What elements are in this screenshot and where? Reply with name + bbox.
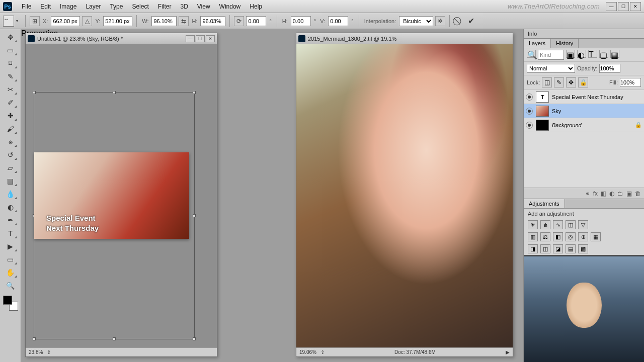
doc1-share-icon[interactable]: ⇪ bbox=[47, 349, 51, 355]
lock-pos-icon[interactable]: ✥ bbox=[566, 77, 576, 87]
window-minimize-button[interactable]: — bbox=[606, 2, 617, 11]
link-wh-icon[interactable]: ⇆ bbox=[179, 16, 189, 26]
cancel-transform-icon[interactable]: ⃠ bbox=[454, 16, 464, 26]
doc2-canvas-area[interactable] bbox=[296, 44, 513, 347]
menu-help[interactable]: Help bbox=[245, 2, 267, 12]
tool-preset-dd[interactable]: ▾ bbox=[16, 19, 21, 23]
menu-window[interactable]: Window bbox=[215, 2, 246, 12]
move-tool[interactable]: ✥ bbox=[4, 31, 18, 43]
dodge-tool[interactable]: ◐ bbox=[4, 201, 18, 213]
crop-tool[interactable]: ✂ bbox=[4, 83, 18, 96]
visibility-toggle-icon[interactable] bbox=[526, 94, 533, 101]
layer-name[interactable]: Special Event Next Thursday bbox=[552, 94, 623, 100]
adj-hue-icon[interactable]: ▥ bbox=[528, 232, 538, 241]
hand-tool[interactable]: ✋ bbox=[4, 266, 18, 279]
h-field[interactable] bbox=[200, 16, 225, 26]
adj-levels-icon[interactable]: ⋔ bbox=[540, 220, 550, 229]
tool-preset-icon[interactable]: ↔ bbox=[3, 16, 14, 27]
layer-name[interactable]: Background bbox=[552, 122, 582, 128]
filter-type-icon[interactable]: T bbox=[588, 50, 597, 58]
fx-icon[interactable]: fx bbox=[593, 190, 598, 197]
adj-brightness-icon[interactable]: ☀ bbox=[528, 220, 538, 229]
group-icon[interactable]: 🗀 bbox=[617, 190, 623, 197]
adj-exposure-icon[interactable]: ◫ bbox=[566, 220, 576, 229]
menu-layer[interactable]: Layer bbox=[81, 2, 105, 12]
menu-3d[interactable]: 3D bbox=[176, 2, 192, 12]
y-field[interactable] bbox=[103, 16, 132, 26]
menu-edit[interactable]: Edit bbox=[36, 2, 55, 12]
adj-invert-icon[interactable]: ◨ bbox=[528, 244, 538, 253]
adj-photo-filter-icon[interactable]: ◎ bbox=[566, 232, 576, 241]
adj-threshold-icon[interactable]: ◪ bbox=[553, 244, 563, 253]
history-brush-tool[interactable]: ↺ bbox=[4, 149, 18, 161]
blur-tool[interactable]: 💧 bbox=[4, 188, 18, 200]
filter-kind-select[interactable] bbox=[538, 50, 564, 60]
adj-gradient-map-icon[interactable]: ▤ bbox=[566, 244, 576, 253]
link-layers-icon[interactable]: ⚭ bbox=[585, 190, 590, 197]
adj-vibrance-icon[interactable]: ▽ bbox=[578, 220, 588, 229]
warp-toggle-icon[interactable]: ✲ bbox=[435, 16, 445, 26]
filter-search-icon[interactable]: 🔍 bbox=[527, 50, 536, 58]
opacity-field[interactable] bbox=[599, 64, 620, 73]
adjustment-layer-icon[interactable]: ◐ bbox=[609, 190, 614, 197]
swap-xy-icon[interactable]: △ bbox=[82, 16, 92, 26]
doc2-share-icon[interactable]: ⇪ bbox=[320, 349, 325, 355]
lock-trans-icon[interactable]: ◫ bbox=[542, 77, 552, 87]
blend-mode-select[interactable]: Normal bbox=[527, 64, 575, 73]
eraser-tool[interactable]: ▱ bbox=[4, 162, 18, 174]
interp-select[interactable]: Bicubic bbox=[399, 16, 433, 26]
doc1-header[interactable]: Untitled-1 @ 23.8% (Sky, RGB/8) * — ☐ ✕ bbox=[26, 33, 217, 44]
skew-h-field[interactable] bbox=[291, 16, 311, 26]
reference-point-icon[interactable]: ⊞ bbox=[30, 16, 40, 26]
doc1-canvas-area[interactable]: Special Event Next Thursday bbox=[26, 44, 217, 347]
shape-tool[interactable]: ▭ bbox=[4, 253, 18, 265]
delete-layer-icon[interactable]: 🗑 bbox=[635, 190, 641, 197]
mask-icon[interactable]: ◧ bbox=[601, 190, 606, 197]
adjustments-tab[interactable]: Adjustments bbox=[524, 199, 565, 208]
menu-type[interactable]: Type bbox=[105, 2, 127, 12]
skew-v-field[interactable] bbox=[328, 16, 348, 26]
doc1-close-icon[interactable]: ✕ bbox=[206, 35, 215, 42]
visibility-toggle-icon[interactable] bbox=[526, 122, 533, 129]
w-field[interactable] bbox=[151, 16, 177, 26]
stamp-tool[interactable]: ⎈ bbox=[4, 136, 18, 148]
commit-transform-icon[interactable]: ✔ bbox=[466, 16, 476, 26]
pen-tool[interactable]: ✒ bbox=[4, 214, 18, 226]
heal-tool[interactable]: ✚ bbox=[4, 110, 18, 122]
fg-color-swatch[interactable] bbox=[3, 296, 12, 305]
menu-file[interactable]: File bbox=[17, 2, 36, 12]
adj-bw-icon[interactable]: ◧ bbox=[553, 232, 563, 241]
window-maximize-button[interactable]: ☐ bbox=[618, 2, 629, 11]
gradient-tool[interactable]: ▤ bbox=[4, 175, 18, 187]
layer-row[interactable]: Background 🔒 bbox=[524, 118, 644, 132]
doc1-min-icon[interactable]: — bbox=[186, 35, 195, 42]
doc2-zoom[interactable]: 19.06% bbox=[299, 349, 316, 355]
window-close-button[interactable]: ✕ bbox=[630, 2, 641, 11]
quick-select-tool[interactable]: ✎ bbox=[4, 70, 18, 82]
menu-filter[interactable]: Filter bbox=[153, 2, 176, 12]
layer-name[interactable]: Sky bbox=[552, 108, 561, 114]
rotate-field[interactable] bbox=[246, 16, 266, 26]
layer-row[interactable]: T Special Event Next Thursday bbox=[524, 90, 644, 104]
layers-tab[interactable]: Layers bbox=[524, 39, 551, 48]
adj-posterize-icon[interactable]: ◫ bbox=[540, 244, 550, 253]
doc1-zoom[interactable]: 23.8% bbox=[29, 349, 43, 355]
menu-select[interactable]: Select bbox=[127, 2, 153, 12]
adj-channel-mixer-icon[interactable]: ⊕ bbox=[578, 232, 588, 241]
type-tool[interactable]: T bbox=[4, 227, 18, 239]
info-panel-tab[interactable]: Info bbox=[524, 29, 644, 39]
fill-field[interactable] bbox=[620, 78, 641, 87]
marquee-tool[interactable]: ▭ bbox=[4, 44, 18, 56]
doc1-max-icon[interactable]: ☐ bbox=[196, 35, 205, 42]
filter-shape-icon[interactable]: ▢ bbox=[599, 50, 608, 58]
eyedropper-tool[interactable]: ✐ bbox=[4, 97, 18, 109]
color-swatches[interactable] bbox=[3, 296, 18, 311]
brush-tool[interactable]: 🖌 bbox=[4, 123, 18, 135]
x-field[interactable] bbox=[51, 16, 80, 26]
doc2-scroll-icon[interactable]: ▶ bbox=[506, 349, 510, 355]
filter-adjust-icon[interactable]: ◐ bbox=[577, 50, 586, 58]
menu-image[interactable]: Image bbox=[55, 2, 81, 12]
layer-row[interactable]: Sky bbox=[524, 104, 644, 118]
doc2-header[interactable]: 2015_Mermaid_1300_2.tif @ 19.1% bbox=[296, 33, 513, 44]
new-layer-icon[interactable]: ▣ bbox=[626, 190, 632, 197]
